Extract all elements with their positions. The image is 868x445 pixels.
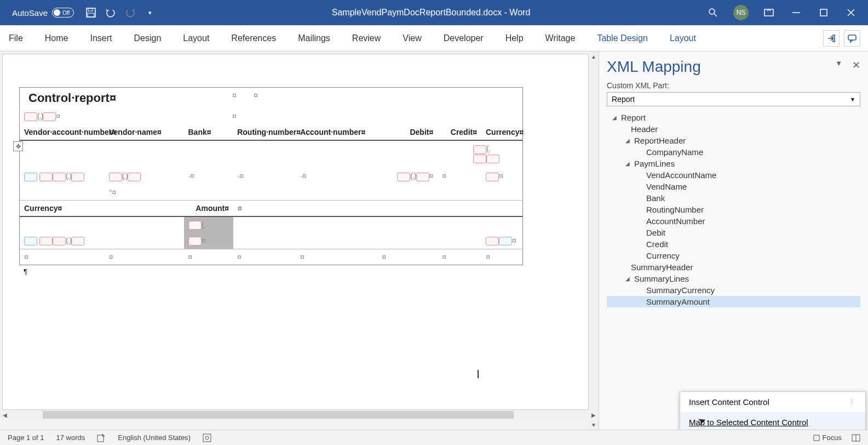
svg-rect-15	[814, 435, 819, 441]
scroll-right-icon[interactable]: ▶	[589, 410, 599, 420]
tab-table-layout[interactable]: Layout	[669, 31, 697, 45]
col-bank: Bank¤	[183, 124, 233, 140]
ribbon: File Home Insert Design Layout Reference…	[0, 25, 868, 52]
status-bar: Page 1 of 1 17 words English (United Sta…	[0, 430, 868, 445]
tree-summary-currency[interactable]: SummaryCurrency	[607, 284, 860, 296]
tree-account-number[interactable]: AccountNumber	[607, 215, 860, 227]
ribbon-display-icon[interactable]	[762, 5, 776, 20]
tree-report-header[interactable]: ◢ReportHeader	[607, 135, 860, 146]
tree-summary-header[interactable]: SummaryHeader	[607, 261, 860, 273]
col-account: Account·number¤	[296, 124, 377, 140]
focus-mode-button[interactable]: Focus	[813, 433, 842, 442]
status-language[interactable]: English (United States)	[118, 433, 191, 442]
macro-icon[interactable]	[203, 433, 211, 442]
tab-references[interactable]: References	[230, 31, 277, 45]
autosave-group: AutoSave Off	[12, 8, 74, 18]
scroll-up-icon[interactable]: ▲	[589, 52, 599, 61]
status-page[interactable]: Page 1 of 1	[8, 433, 44, 442]
tab-file[interactable]: File	[8, 31, 24, 45]
tab-review[interactable]: Review	[351, 31, 382, 45]
chevron-right-icon: 〉	[850, 397, 856, 407]
tab-design[interactable]: Design	[133, 31, 162, 45]
tab-help[interactable]: Help	[504, 31, 525, 45]
pane-title: XML Mapping	[607, 58, 860, 76]
undo-icon[interactable]	[105, 7, 117, 19]
spellcheck-icon[interactable]	[97, 433, 106, 442]
tree-debit[interactable]: Debit	[607, 227, 860, 238]
tab-insert[interactable]: Insert	[89, 31, 113, 45]
svg-rect-13	[203, 434, 211, 442]
tree-company-name[interactable]: CompanyName	[607, 146, 860, 158]
redo-icon[interactable]	[124, 7, 136, 19]
tree-routing[interactable]: RoutingNumber	[607, 204, 860, 215]
chevron-down-icon: ▼	[850, 96, 855, 102]
autosave-label: AutoSave	[12, 8, 48, 18]
horizontal-scrollbar[interactable]: ◀ ▶	[0, 410, 599, 420]
tab-mailings[interactable]: Mailings	[297, 31, 331, 45]
title-bar: AutoSave Off ▾ SampleVendPaymDocReportBo…	[0, 0, 868, 25]
read-mode-icon[interactable]	[852, 434, 860, 442]
custom-xml-part-select[interactable]: Report ▼	[607, 92, 860, 106]
tab-view[interactable]: View	[401, 31, 422, 45]
tree-bank[interactable]: Bank	[607, 192, 860, 204]
share-icon[interactable]	[823, 30, 840, 47]
maximize-icon[interactable]	[817, 5, 831, 20]
scroll-thumb[interactable]	[43, 411, 514, 419]
svg-rect-7	[820, 9, 827, 16]
pane-close-icon[interactable]: ✕	[852, 59, 860, 71]
autosave-toggle[interactable]: Off	[52, 8, 74, 18]
quick-access-toolbar: ▾	[85, 7, 156, 19]
svg-point-3	[709, 9, 715, 14]
tree-paym-lines[interactable]: ◢PaymLines	[607, 158, 860, 169]
document-page[interactable]: Control·report¤ ¤ ¤ (.)¤ ¤ Vendor·accoun…	[2, 54, 589, 410]
tree-header[interactable]: Header	[607, 123, 860, 135]
svg-rect-11	[848, 35, 856, 40]
context-menu: Insert Content Control 〉 Map to Selected…	[680, 391, 866, 433]
table-anchor-icon[interactable]: ✥	[13, 141, 23, 151]
vertical-scrollbar[interactable]: ▲ ▼	[589, 52, 599, 430]
user-avatar[interactable]: NS	[733, 5, 749, 20]
tree-credit[interactable]: Credit	[607, 238, 860, 250]
xml-mapping-pane: ▼ ✕ XML Mapping Custom XML Part: Report …	[599, 52, 868, 430]
qat-dropdown-icon[interactable]: ▾	[144, 7, 156, 19]
tab-developer[interactable]: Developer	[442, 31, 485, 45]
minimize-icon[interactable]	[789, 5, 803, 20]
tab-layout[interactable]: Layout	[182, 31, 210, 45]
tab-writage[interactable]: Writage	[544, 31, 577, 45]
col-credit: Credit¤	[438, 124, 481, 140]
comments-icon[interactable]	[844, 30, 860, 47]
document-title: SampleVendPaymDocReportBounded.docx - Wo…	[156, 8, 706, 18]
scroll-down-icon[interactable]: ▼	[589, 420, 599, 430]
status-words[interactable]: 17 words	[56, 433, 85, 442]
col-sum-amount: Amount¤	[184, 201, 233, 216]
svg-rect-5	[764, 9, 773, 16]
pane-options-icon[interactable]: ▼	[835, 59, 842, 71]
tree-vend-account[interactable]: VendAccountName	[607, 169, 860, 181]
svg-rect-10	[833, 35, 835, 42]
search-icon[interactable]	[706, 5, 720, 20]
tree-summary-lines[interactable]: ◢SummaryLines	[607, 273, 860, 284]
tree-vend-name[interactable]: VendName	[607, 181, 860, 192]
svg-line-4	[714, 14, 717, 16]
tab-table-design[interactable]: Table Design	[596, 31, 649, 45]
col-debit: Debit¤	[378, 124, 438, 140]
tab-home[interactable]: Home	[44, 31, 70, 45]
document-area: ✥ Control·report¤ ¤ ¤ (.)¤ ¤ Vendor·acco…	[0, 52, 599, 430]
tree-summary-amount[interactable]: SummaryAmount	[607, 296, 860, 307]
svg-rect-2	[88, 13, 94, 17]
paragraph-mark: ¶	[19, 265, 572, 278]
ctx-insert-content-control[interactable]: Insert Content Control 〉	[680, 392, 865, 412]
custom-xml-part-label: Custom XML Part:	[607, 81, 860, 90]
col-vendor-acct: Vendor·account·number¤	[20, 124, 105, 140]
tree-report[interactable]: ◢Report	[607, 112, 860, 123]
close-icon[interactable]	[844, 5, 858, 20]
scroll-left-icon[interactable]: ◀	[0, 410, 10, 420]
col-currency: Currency¤	[481, 124, 522, 140]
text-cursor-icon: I	[476, 367, 480, 381]
save-icon[interactable]	[85, 7, 97, 19]
selected-content-control[interactable]: (.	[184, 217, 233, 233]
tree-currency[interactable]: Currency	[607, 250, 860, 261]
col-routing: Routing·number¤	[233, 124, 296, 140]
svg-point-14	[205, 436, 209, 440]
col-sum-currency: Currency¤	[20, 201, 105, 216]
